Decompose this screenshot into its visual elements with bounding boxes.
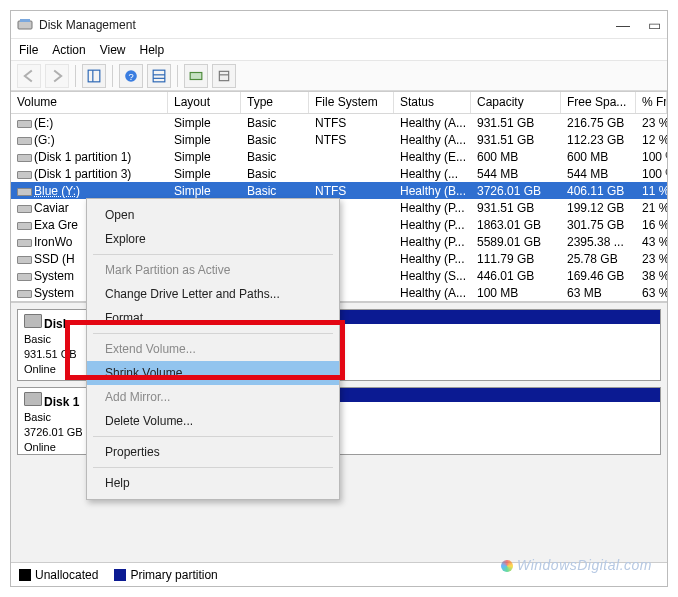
svg-text:?: ? xyxy=(128,71,133,81)
table-row[interactable]: (Disk 1 partition 3)SimpleBasicHealthy (… xyxy=(11,165,667,182)
col-fs[interactable]: File System xyxy=(309,92,394,113)
app-icon xyxy=(17,17,33,33)
ctx-extend: Extend Volume... xyxy=(87,337,339,361)
ctx-delete[interactable]: Delete Volume... xyxy=(87,409,339,433)
menu-action[interactable]: Action xyxy=(52,43,85,57)
volume-icon xyxy=(17,288,30,298)
volume-icon xyxy=(17,169,30,179)
refresh-button[interactable] xyxy=(184,64,208,88)
disk-icon xyxy=(24,314,42,328)
volume-icon xyxy=(17,220,30,230)
ctx-change-letter[interactable]: Change Drive Letter and Paths... xyxy=(87,282,339,306)
menu-view[interactable]: View xyxy=(100,43,126,57)
toolbar: ? xyxy=(11,61,667,91)
col-free[interactable]: Free Spa... xyxy=(561,92,636,113)
table-row[interactable]: Blue (Y:)SimpleBasicNTFSHealthy (B...372… xyxy=(11,182,667,199)
svg-rect-10 xyxy=(219,71,228,80)
volume-icon xyxy=(17,237,30,247)
swatch-unallocated xyxy=(19,569,31,581)
volume-icon xyxy=(17,152,30,162)
swatch-primary xyxy=(114,569,126,581)
volume-icon xyxy=(17,135,30,145)
col-layout[interactable]: Layout xyxy=(168,92,241,113)
ctx-explore[interactable]: Explore xyxy=(87,227,339,251)
volume-icon xyxy=(17,118,30,128)
context-menu: Open Explore Mark Partition as Active Ch… xyxy=(86,198,340,500)
volume-icon xyxy=(17,186,30,196)
col-volume[interactable]: Volume xyxy=(11,92,168,113)
menu-file[interactable]: File xyxy=(19,43,38,57)
ctx-help[interactable]: Help xyxy=(87,471,339,495)
window-title: Disk Management xyxy=(39,18,136,32)
ctx-open[interactable]: Open xyxy=(87,203,339,227)
ctx-mark-active: Mark Partition as Active xyxy=(87,258,339,282)
ctx-add-mirror: Add Mirror... xyxy=(87,385,339,409)
col-status[interactable]: Status xyxy=(394,92,471,113)
svg-rect-2 xyxy=(88,70,100,82)
table-row[interactable]: (G:)SimpleBasicNTFSHealthy (A...931.51 G… xyxy=(11,131,667,148)
svg-rect-6 xyxy=(153,70,165,82)
svg-rect-1 xyxy=(20,19,30,22)
svg-rect-9 xyxy=(190,72,202,79)
volume-icon xyxy=(17,271,30,281)
watermark: WindowsDigital.com xyxy=(501,557,652,573)
maximize-button[interactable]: ▭ xyxy=(648,17,661,33)
col-pct[interactable]: % Free xyxy=(636,92,667,113)
menubar: File Action View Help xyxy=(11,39,667,61)
minimize-button[interactable]: ― xyxy=(616,17,630,33)
column-headers[interactable]: Volume Layout Type File System Status Ca… xyxy=(11,92,667,114)
volume-icon xyxy=(17,203,30,213)
properties-button[interactable] xyxy=(212,64,236,88)
col-capacity[interactable]: Capacity xyxy=(471,92,561,113)
help-button[interactable]: ? xyxy=(119,64,143,88)
forward-button[interactable] xyxy=(45,64,69,88)
svg-rect-0 xyxy=(18,21,32,29)
table-row[interactable]: (Disk 1 partition 1)SimpleBasicHealthy (… xyxy=(11,148,667,165)
col-type[interactable]: Type xyxy=(241,92,309,113)
ctx-format[interactable]: Format... xyxy=(87,306,339,330)
menu-help[interactable]: Help xyxy=(140,43,165,57)
panes-button[interactable] xyxy=(82,64,106,88)
titlebar: Disk Management ― ▭ xyxy=(11,11,667,39)
disk-icon xyxy=(24,392,42,406)
volume-icon xyxy=(17,254,30,264)
table-row[interactable]: (E:)SimpleBasicNTFSHealthy (A...931.51 G… xyxy=(11,114,667,131)
list-button[interactable] xyxy=(147,64,171,88)
back-button[interactable] xyxy=(17,64,41,88)
ctx-shrink[interactable]: Shrink Volume... xyxy=(87,361,339,385)
ctx-properties[interactable]: Properties xyxy=(87,440,339,464)
